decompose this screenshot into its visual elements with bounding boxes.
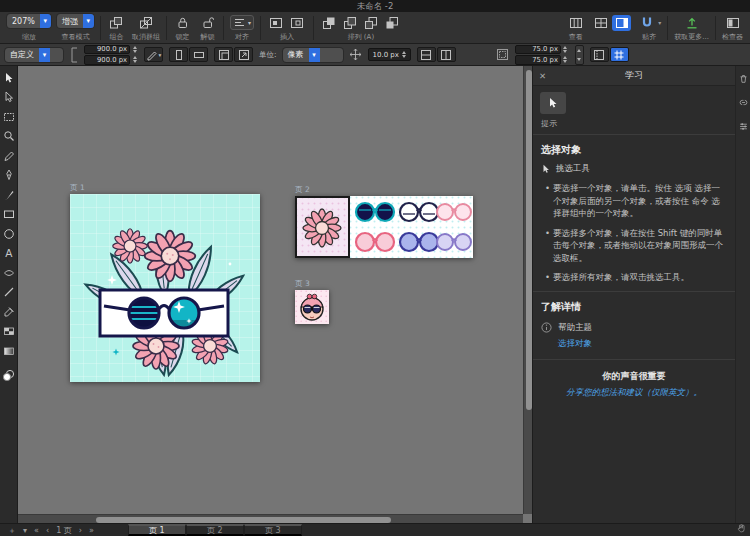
margin-vertical-stepper[interactable] [562,56,569,63]
pencil-tool-icon[interactable] [2,149,16,162]
page-menu-icon[interactable]: ▾ [23,524,27,536]
width-field[interactable]: 900.0 px [84,45,130,55]
chevron-down-icon: ▾ [159,52,162,58]
horizontal-scrollbar[interactable] [18,514,523,523]
node-tool-icon[interactable] [2,91,16,104]
grid-icon[interactable] [591,15,610,31]
artboard-1-label[interactable]: 页 1 [70,183,85,192]
zoom-dropdown[interactable]: 207% ▾ [7,14,51,28]
view-label: 查看 [569,33,583,42]
gradient-tool-icon[interactable] [2,344,16,357]
spacing-stepper[interactable] [401,51,408,58]
spacing-field[interactable]: 10.0 px [368,48,411,61]
adjustments-icon[interactable] [737,120,750,133]
panel-dock [735,66,750,523]
line-tool-icon[interactable] [2,286,16,299]
trash-icon[interactable] [737,72,750,85]
close-icon[interactable]: ✕ [539,66,546,86]
add-page-icon[interactable]: ＋ [8,524,16,536]
first-page-icon[interactable]: « [34,524,39,536]
columns-icon[interactable] [437,47,456,62]
show-guides-icon[interactable] [590,47,609,62]
chevron-down-icon[interactable]: ▾ [658,19,661,26]
margin-vertical-value: 75.0 px [532,56,558,64]
text-tool-icon[interactable]: A [2,247,16,260]
window-titlebar[interactable]: 未命名 -2 [0,0,750,12]
units-dropdown[interactable]: 像素 ▾ [283,48,343,62]
zoom-tool-icon[interactable] [2,130,16,143]
tools-palette: A [0,66,18,523]
transparency-tool-icon[interactable] [2,325,16,338]
rectangle-tool-icon[interactable] [2,208,16,221]
insert-behind-icon[interactable] [288,15,307,31]
fill-stroke-swatches[interactable] [2,367,15,386]
view-columns-icon[interactable] [566,15,585,31]
artboard-1[interactable] [70,194,260,382]
margin-vertical-field[interactable]: 75.0 px [515,55,561,65]
artboard-3-label[interactable]: 页 3 [295,279,310,288]
insert-inside-icon[interactable] [267,15,286,31]
prev-page-icon[interactable]: ‹ [46,524,49,536]
link-icon[interactable] [737,96,750,109]
vector-brush-tool-icon[interactable] [2,266,16,279]
group-icon[interactable] [107,15,126,31]
units-value: 像素 [288,49,304,60]
clip-to-canvas-icon[interactable] [214,47,233,62]
show-grid-icon[interactable] [610,47,629,62]
snapping-magnet-icon[interactable] [637,15,656,31]
viewmode-dropdown[interactable]: 增强 ▾ [57,14,94,28]
last-page-icon[interactable]: » [89,524,94,536]
viewmode-control: 增强 ▾ 查看模式 [54,14,97,42]
artboard-3[interactable] [295,290,329,324]
artboard-2[interactable] [295,196,473,258]
inspector-icon[interactable] [723,15,742,31]
move-tool-tile[interactable] [540,92,566,114]
feedback-link[interactable]: 分享您的想法和建议（仅限英文）。 [547,387,721,399]
canvas[interactable]: 页 1 [18,66,532,523]
margin-horizontal-field[interactable]: 75.0 px [515,45,561,55]
inspector-label: 检查器 [722,33,743,42]
width-stepper[interactable] [131,46,138,53]
preset-dropdown[interactable]: 自定义 ▾ [5,48,63,62]
move-backward-icon[interactable] [362,15,381,31]
chevron-down-icon: ▾ [83,14,94,28]
vertical-scrollbar[interactable] [523,66,532,514]
preset-value: 自定义 [10,49,34,60]
eyedropper-tool-icon[interactable] [2,305,16,318]
move-tool-icon[interactable] [2,71,16,84]
link-dimensions-icon[interactable] [69,45,78,65]
scale-content-icon[interactable] [234,47,253,62]
move-to-back-icon[interactable] [383,15,402,31]
anchor-point-icon[interactable] [349,48,362,61]
next-page-icon[interactable]: › [79,524,82,536]
pen-tool-icon[interactable] [2,169,16,182]
pan-hand-icon[interactable] [736,523,746,536]
move-to-front-icon[interactable] [320,15,339,31]
rows-icon[interactable] [417,47,436,62]
horizontal-scrollbar-thumb[interactable] [96,517,391,523]
transform-options-icon[interactable]: ▾ [144,47,163,62]
toolbar-separator [313,16,314,40]
margins-stepper[interactable] [575,45,584,65]
artboard-tool-icon[interactable] [2,110,16,123]
height-field[interactable]: 900.0 px [84,55,130,65]
help-link[interactable]: 选择对象 [558,338,727,350]
ellipse-tool-icon[interactable] [2,227,16,240]
height-stepper[interactable] [131,56,138,63]
margin-horizontal-stepper[interactable] [562,46,569,53]
vertical-scrollbar-thumb[interactable] [526,70,532,410]
tab-page-2[interactable]: 页 2 [186,524,244,536]
landscape-orientation-icon[interactable] [189,47,208,62]
move-forward-icon[interactable] [341,15,360,31]
tab-page-3[interactable]: 页 3 [244,524,302,536]
get-more-icon[interactable] [682,15,701,31]
ungroup-icon[interactable] [136,15,155,31]
unlock-icon[interactable] [198,15,217,31]
portrait-orientation-icon[interactable] [169,47,188,62]
lock-icon[interactable] [173,15,192,31]
align-dropdown[interactable]: ▾ [230,15,254,30]
brush-tool-icon[interactable] [2,188,16,201]
tab-page-1[interactable]: 页 1 [128,524,186,536]
artboard-2-label[interactable]: 页 2 [295,185,310,194]
studio-panel-icon[interactable] [612,15,631,31]
